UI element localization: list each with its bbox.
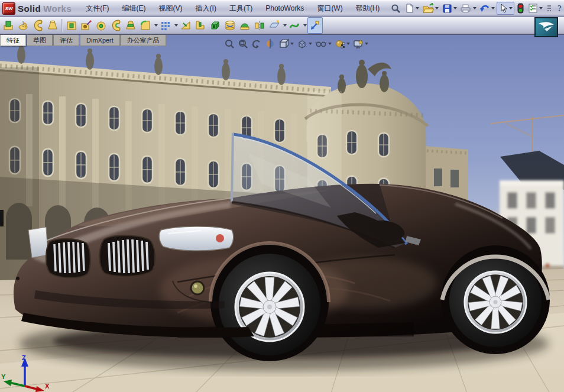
curves-dropdown[interactable] bbox=[303, 24, 307, 27]
menu-edit[interactable]: 编辑(E) bbox=[116, 1, 152, 16]
mirror-icon[interactable] bbox=[252, 18, 267, 33]
menu-window[interactable]: 窗口(W) bbox=[311, 1, 348, 16]
solidworks-cube-icon: SW bbox=[2, 2, 15, 15]
linear-pattern-icon[interactable] bbox=[158, 18, 173, 33]
solidworks-window: { "window": { "logo_badge": "SW", "logo_… bbox=[0, 0, 564, 392]
triad-y-label: Y bbox=[1, 373, 6, 380]
menu-tools[interactable]: 工具(T) bbox=[223, 1, 258, 16]
app-logo: SW SolidWorks bbox=[0, 2, 76, 15]
wrap-icon[interactable] bbox=[223, 18, 237, 33]
print-button[interactable] bbox=[459, 2, 478, 14]
svg-text:?: ? bbox=[557, 4, 562, 13]
logo-text-solid: Solid bbox=[18, 4, 41, 14]
task-pane-button[interactable] bbox=[534, 17, 558, 37]
menu-file[interactable]: 文件(F) bbox=[80, 1, 115, 16]
select-cursor-button[interactable] bbox=[497, 2, 514, 15]
help-button[interactable]: ? bbox=[555, 2, 564, 14]
revolved-boss-icon[interactable] bbox=[16, 18, 30, 33]
extruded-cut-icon[interactable] bbox=[64, 18, 79, 33]
linear-pattern-dropdown[interactable] bbox=[174, 24, 178, 27]
shell-icon[interactable] bbox=[208, 18, 222, 33]
rebuild-traffic-light-button[interactable] bbox=[515, 2, 526, 14]
toolbar-separator bbox=[61, 19, 63, 32]
save-button[interactable] bbox=[440, 2, 458, 14]
open-button[interactable] bbox=[421, 2, 440, 14]
features-toolbar bbox=[0, 17, 564, 35]
swept-cut-icon[interactable] bbox=[109, 18, 123, 33]
previous-view-icon[interactable] bbox=[251, 38, 262, 50]
instant3d-icon[interactable] bbox=[307, 17, 323, 34]
hole-wizard-icon[interactable] bbox=[79, 18, 93, 33]
view-settings-icon[interactable] bbox=[352, 38, 369, 50]
solidworks-swoosh-icon bbox=[537, 20, 555, 34]
triad-x-label: X bbox=[45, 383, 50, 390]
hide-show-items-icon[interactable] bbox=[315, 38, 332, 50]
view-orientation-icon[interactable] bbox=[278, 38, 294, 50]
swept-boss-icon[interactable] bbox=[31, 18, 45, 33]
menu-help[interactable]: 帮助(H) bbox=[350, 1, 386, 16]
command-manager-tabs: 特征 草图 评估 DimXpert 办公室产品 bbox=[0, 35, 167, 46]
display-style-icon[interactable] bbox=[296, 38, 313, 50]
rib-icon[interactable] bbox=[193, 18, 208, 33]
menu-view[interactable]: 视图(V) bbox=[153, 1, 189, 16]
zoom-to-fit-icon[interactable] bbox=[223, 38, 235, 50]
reference-geometry-dropdown[interactable] bbox=[283, 24, 287, 27]
rendered-scene bbox=[0, 35, 564, 392]
menu-insert[interactable]: 插入(I) bbox=[190, 1, 222, 16]
apply-scene-icon[interactable] bbox=[334, 38, 351, 50]
tab-dimxpert[interactable]: DimXpert bbox=[80, 35, 120, 46]
draft-icon[interactable] bbox=[179, 18, 193, 33]
tab-evaluate[interactable]: 评估 bbox=[53, 35, 79, 46]
heads-up-view-toolbar bbox=[223, 38, 369, 50]
zoom-to-area-icon[interactable] bbox=[237, 38, 249, 50]
fillet-icon[interactable] bbox=[138, 18, 153, 33]
lofted-cut-icon[interactable] bbox=[124, 18, 138, 33]
triad-z-label: Z bbox=[22, 354, 26, 361]
tab-office-products[interactable]: 办公室产品 bbox=[121, 35, 166, 46]
new-document-button[interactable] bbox=[403, 2, 420, 14]
curves-icon[interactable] bbox=[287, 18, 302, 33]
graphics-area[interactable]: 特征 草图 评估 DimXpert 办公室产品 bbox=[0, 35, 564, 392]
search-icon[interactable] bbox=[389, 2, 402, 14]
standard-toolbar: ? bbox=[389, 2, 564, 15]
section-view-icon[interactable] bbox=[264, 38, 276, 50]
dome-icon[interactable] bbox=[238, 18, 252, 33]
undo-button[interactable] bbox=[478, 2, 496, 14]
options-button[interactable] bbox=[526, 2, 544, 14]
menu-photoworks[interactable]: PhotoWorks bbox=[260, 2, 310, 15]
reference-triad: Z Y X bbox=[1, 353, 51, 392]
revolved-cut-icon[interactable] bbox=[94, 18, 108, 33]
title-bar: SW SolidWorks 文件(F) 编辑(E) 视图(V) 插入(I) 工具… bbox=[0, 0, 564, 17]
fillet-dropdown[interactable] bbox=[154, 24, 158, 27]
lofted-boss-icon[interactable] bbox=[46, 18, 60, 33]
extruded-boss-icon[interactable] bbox=[1, 18, 15, 33]
toolbar-overflow-icon[interactable] bbox=[544, 2, 554, 14]
menu-bar: 文件(F) 编辑(E) 视图(V) 插入(I) 工具(T) PhotoWorks… bbox=[80, 1, 385, 16]
tab-sketch[interactable]: 草图 bbox=[27, 35, 53, 46]
reference-geometry-icon[interactable] bbox=[267, 18, 281, 33]
tab-features[interactable]: 特征 bbox=[0, 35, 26, 46]
logo-text-works: Works bbox=[43, 4, 72, 14]
